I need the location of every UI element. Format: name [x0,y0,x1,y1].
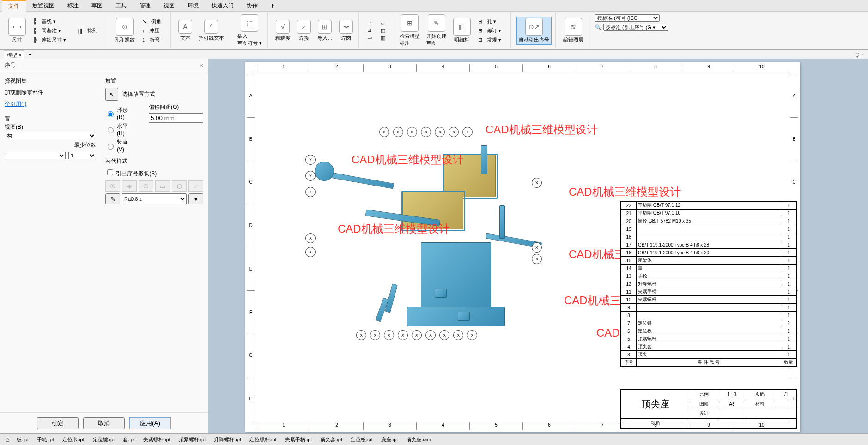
status-file[interactable]: 套.ipt [123,437,135,442]
tab-sketch[interactable]: 草图 [85,0,109,11]
tab-extra[interactable]: ⏵ [264,1,283,10]
status-file[interactable]: 定位板.ipt [351,437,373,442]
style-ra-select[interactable]: Ra0.8 z [122,193,187,204]
select-placement-button[interactable]: ↖ [105,88,118,101]
ordinate-button[interactable]: ╠ 同基准 ▾ [30,26,72,35]
import-button[interactable]: ⊞导入… [316,19,334,42]
baseline-button[interactable]: ╠ 基线 ▾ [30,17,72,26]
tab-collab[interactable]: 协作 [240,0,264,11]
revision-button[interactable]: ⊞ 修订 ▾ [475,26,507,35]
general-button[interactable]: ⊞ 常规 ▾ [475,36,507,44]
tab-file[interactable]: 文件 [2,0,26,12]
balloon[interactable]: X [407,127,417,137]
balloon[interactable]: X [305,233,316,243]
drawing-canvas[interactable]: 12345678910 12345678910 ABCDEFGH ABCDEFG… [208,59,868,434]
balloon[interactable]: X [305,171,316,181]
balloon[interactable]: X [305,155,316,165]
parts-list-table[interactable]: 22平垫圈 GB/T 97.1 12121平垫圈 GB/T 97.1 10120… [620,201,797,367]
radio-ring[interactable]: 环形(R) [105,106,130,120]
hole-table-button[interactable]: ⊞ 孔 ▾ [475,17,507,26]
radio-horizontal[interactable]: 水平(H) [105,122,130,137]
balloon[interactable]: X [532,178,542,188]
shape-checkbox[interactable]: 引出序号形状(S) [105,170,157,177]
parts-list-button[interactable]: ▦明细栏 [451,17,473,44]
tab-view[interactable]: 视图 [157,0,181,11]
gd-t-1[interactable]: ⟋ [364,20,375,26]
home-icon[interactable]: ⌂ [6,436,9,443]
status-file[interactable]: 顶紧螺杆.ipt [179,437,206,442]
status-file[interactable]: 手轮.ipt [37,437,54,442]
status-file[interactable]: 定位螺杆.ipt [249,437,277,442]
status-file[interactable]: 升降螺杆.ipt [214,437,241,442]
weld-button[interactable]: ⟋焊接 [295,19,313,42]
start-sketch-button[interactable]: ✎开始创建 草图 [425,13,449,48]
balloon[interactable]: X [356,330,366,340]
tab-env[interactable]: 环境 [181,0,205,11]
level-select[interactable] [5,152,66,159]
apply-button[interactable]: 应用(A) [129,417,171,429]
balloon[interactable]: X [384,330,394,340]
status-file[interactable]: 定位键.ipt [93,437,115,442]
hole-thread-button[interactable]: ⊙孔和螺纹 [113,17,137,44]
balloon[interactable]: X [435,127,445,137]
radio-vertical[interactable]: 竖直(V) [105,138,130,153]
punch-button[interactable]: ↓ 冲压 [140,26,167,35]
balloon[interactable]: X [421,127,431,137]
status-file[interactable]: 板.ipt [17,437,29,442]
balloon[interactable]: X [393,127,403,137]
balloon[interactable]: X [462,127,473,137]
balloon[interactable]: X [412,330,422,340]
style-combo-2[interactable]: 按标准 (引出序号 (G ▾ [603,24,668,31]
status-file[interactable]: 顶尖套.ipt [320,437,342,442]
balloon[interactable]: X [532,242,542,253]
text-button[interactable]: A文本 [176,19,194,42]
balloon[interactable]: X [449,127,459,137]
weld-fill-button[interactable]: ⫘焊肉 [337,19,355,42]
balloon[interactable]: X [379,127,389,137]
structure-select[interactable]: 构 [5,132,96,139]
tab-quick[interactable]: 快速入门 [205,0,240,11]
close-icon[interactable]: × [200,62,203,69]
gd-t-2[interactable]: ⊡ [364,27,375,34]
balloon[interactable]: X [398,330,408,340]
gd-t-3[interactable]: ▭ [364,34,375,41]
tab-view-place[interactable]: 放置视图 [26,0,61,11]
balloon[interactable]: X [305,187,316,197]
leader-text-button[interactable]: ᴬ指引线文本 [197,19,226,42]
tab-tools[interactable]: 工具 [109,0,133,11]
insert-sketch-sym-button[interactable]: ⬚插入 草图符号 ▾ [236,13,264,48]
style-extra-icon[interactable]: ▾ [188,193,203,204]
add-tab[interactable]: + [28,52,31,58]
edit-layers-button[interactable]: ≋编辑图层 [561,17,585,44]
offset-input[interactable] [149,113,203,123]
arrange-button[interactable]: ‖‖ 排列 [74,26,103,35]
roughness-button[interactable]: √粗糙度 [273,19,292,42]
status-file[interactable]: 夹紧螺杆.ipt [143,437,170,442]
style-combo-1[interactable]: 按标准 (符号 (ISC [595,14,660,22]
doc-menu[interactable]: Q ≡ [855,52,864,58]
ok-button[interactable]: 确定 [37,417,79,429]
gd-t-6[interactable]: ▥ [378,35,388,42]
balloon[interactable]: X [425,330,436,340]
status-file[interactable]: 定位卡.ipt [62,437,85,442]
style-edit-icon[interactable]: ✎ [105,193,120,204]
balloon[interactable]: X [453,330,463,340]
exploded-view[interactable] [282,99,569,358]
bend-button[interactable]: ⤵ 折弯 [140,36,167,44]
auto-balloon-button[interactable]: ⊙↗自动引出序号 [516,17,552,45]
balloon[interactable]: X [439,330,449,340]
tab-manage[interactable]: 管理 [133,0,157,11]
min-digits-select[interactable]: 1 [68,152,96,159]
balloon[interactable]: X [532,254,542,264]
dimension-button[interactable]: ⟷尺寸 [6,17,28,44]
balloon[interactable]: X [305,247,316,257]
tab-annotate[interactable]: 标注 [61,0,85,11]
gd-t-4[interactable]: ▱ [378,20,388,27]
status-file[interactable]: 顶尖座.iam [406,437,431,442]
chain-button[interactable]: ╠ 连续尺寸 ▾ [30,36,72,44]
chamfer-button[interactable]: ↘ 倒角 [140,17,167,26]
retrieve-ann-button[interactable]: ⊞检索模型 标注 [398,13,422,48]
balloon[interactable]: X [467,330,477,340]
balloon[interactable]: X [370,330,380,340]
status-file[interactable]: 底座.ipt [381,437,398,442]
